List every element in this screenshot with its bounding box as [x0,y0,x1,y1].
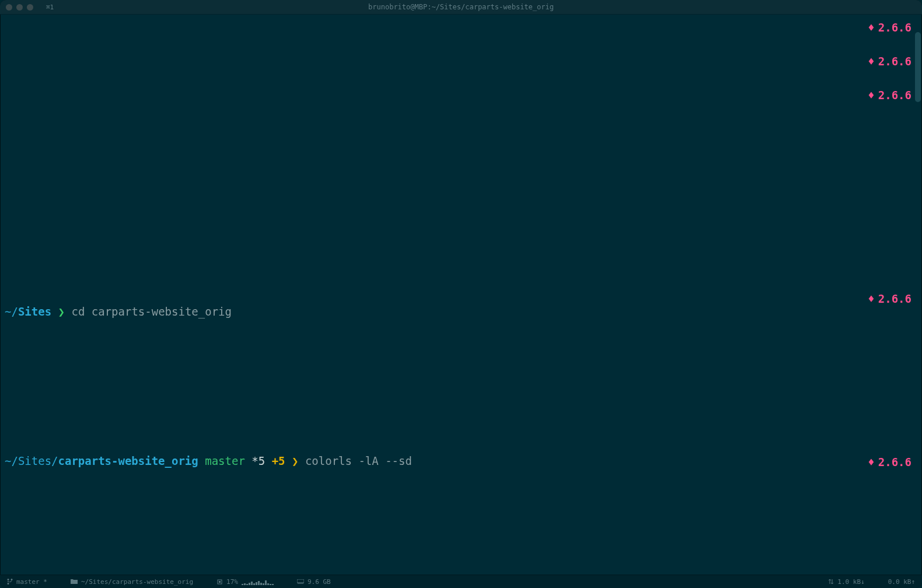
path-dir: Sites [18,305,51,318]
git-branch: master [205,454,245,467]
ruby-version-badge: ♦2.6.6 [868,19,911,36]
scrollbar[interactable] [915,32,921,102]
command-text: colorls -lA --sd [305,454,412,467]
git-staged: +5 [272,454,285,467]
network-icon [828,579,834,584]
prompt-arrow-icon: ❯ [292,454,298,467]
memory-icon [297,579,304,584]
status-mem: 9.6 GB [297,578,331,586]
prompt-arrow-icon: ❯ [58,305,65,318]
svg-rect-2 [297,579,304,583]
traffic-lights[interactable] [6,4,33,10]
gem-icon: ♦ [868,292,874,305]
tab-indicator: ⌘1 [46,4,54,11]
gem-icon: ♦ [868,55,874,68]
terminal-window: ⌘1 brunobrito@MBP:~/Sites/carparts-websi… [0,0,922,588]
prompt-line: ~/Sites ❯ cd carparts-website_orig [5,303,917,320]
git-dirty: *5 [252,454,265,467]
status-net: 1.0 kB↓ [828,578,864,586]
blank-line [5,220,917,237]
branch-icon [7,578,13,585]
path-dir: carparts-website_orig [58,454,198,467]
path-prefix: ~/Sites/ [5,454,58,467]
path-prefix: ~/ [5,305,18,318]
minimize-icon[interactable] [16,4,23,10]
close-icon[interactable] [6,4,12,10]
status-bar: master * ~/Sites/carparts-website_orig 1… [0,575,922,588]
ruby-version-badge: ♦2.6.6 [868,454,911,471]
cpu-sparkline [242,578,274,585]
terminal-body[interactable]: ♦2.6.6 ♦2.6.6 ♦2.6.6 ♦2.6.6 ♦2.6.6 ~/Sit… [0,15,922,575]
status-net-up: 0.0 kB↑ [888,578,915,586]
gem-icon: ♦ [868,21,874,34]
svg-rect-1 [219,581,221,583]
blank-line [5,519,917,536]
folder-icon [71,579,78,584]
blank-line [5,370,917,387]
status-cpu: 17% [216,578,274,586]
titlebar: ⌘1 brunobrito@MBP:~/Sites/carparts-websi… [0,0,922,15]
prompt-line: ~/Sites/carparts-website_orig master *5 … [5,453,917,470]
status-cwd: ~/Sites/carparts-website_orig [71,578,193,586]
ruby-version-badge: ♦2.6.6 [868,290,911,307]
gem-icon: ♦ [868,89,874,102]
cpu-icon [216,579,223,585]
status-branch: master * [7,578,47,586]
window-title: brunobrito@MBP:~/Sites/carparts-website_… [0,3,922,11]
ruby-version-badge: ♦2.6.6 [868,53,911,70]
gem-icon: ♦ [868,456,874,468]
zoom-icon[interactable] [27,4,33,10]
ruby-version-badge: ♦2.6.6 [868,87,911,104]
command-text: cd carparts-website_orig [71,305,232,318]
